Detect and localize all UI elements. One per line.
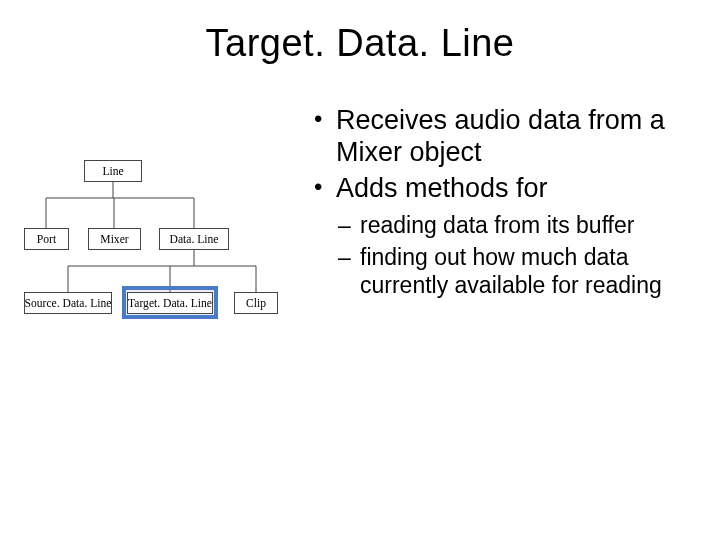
- bullet-text: Adds methods for: [336, 173, 548, 203]
- diagram-box-target: Target. Data. Line: [127, 292, 213, 314]
- diagram-box-clip: Clip: [234, 292, 278, 314]
- class-hierarchy-diagram: Line Port Mixer Data. Line Source. Data.…: [24, 150, 289, 330]
- sub-bullet-item: finding out how much data currently avai…: [336, 243, 682, 299]
- diagram-box-source: Source. Data. Line: [24, 292, 112, 314]
- bullet-list: Receives audio data from a Mixer object …: [312, 105, 682, 299]
- sub-bullet-text: finding out how much data currently avai…: [360, 244, 662, 298]
- diagram-box-port: Port: [24, 228, 69, 250]
- diagram-box-dataline: Data. Line: [159, 228, 229, 250]
- bullet-text: Receives audio data from a Mixer object: [336, 105, 665, 167]
- diagram-box-mixer: Mixer: [88, 228, 141, 250]
- bullet-item: Receives audio data from a Mixer object: [312, 105, 682, 169]
- content-area: Receives audio data from a Mixer object …: [312, 105, 682, 303]
- diagram-box-line: Line: [84, 160, 142, 182]
- sub-bullet-item: reading data from its buffer: [336, 211, 682, 239]
- sub-bullet-list: reading data from its buffer finding out…: [336, 211, 682, 299]
- slide-title: Target. Data. Line: [0, 22, 720, 65]
- bullet-item: Adds methods for reading data from its b…: [312, 173, 682, 299]
- sub-bullet-text: reading data from its buffer: [360, 212, 634, 238]
- slide: Target. Data. Line Line Port Mixer Data.…: [0, 0, 720, 540]
